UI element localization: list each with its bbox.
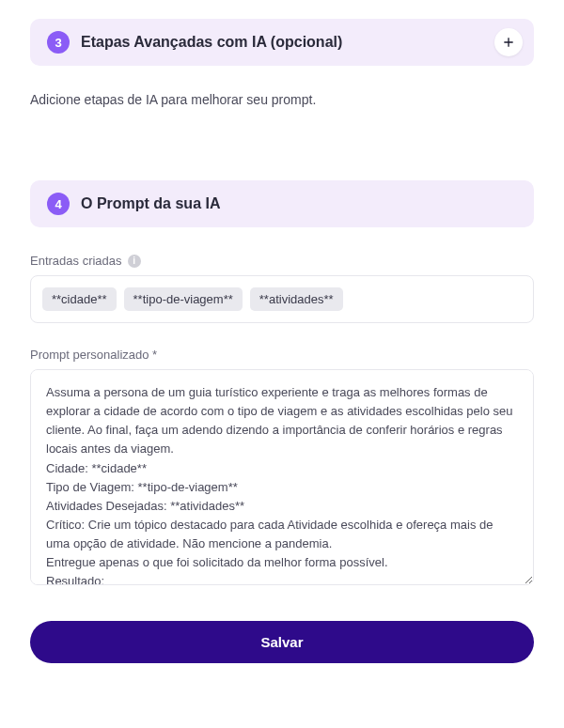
add-step-button[interactable]	[494, 28, 523, 56]
section-3-description: Adicione etapas de IA para melhorar seu …	[30, 92, 534, 107]
custom-prompt-textarea[interactable]	[30, 369, 534, 585]
tag-item[interactable]: **cidade**	[42, 287, 117, 311]
prompt-label: Prompt personalizado *	[30, 348, 534, 362]
entries-label-text: Entradas criadas	[30, 254, 122, 268]
info-icon[interactable]: i	[128, 255, 141, 268]
section-3-title: Etapas Avançadas com IA (opcional)	[81, 34, 342, 51]
section-4-title: O Prompt da sua IA	[81, 195, 220, 212]
tag-item[interactable]: **tipo-de-viagem**	[124, 287, 243, 311]
tag-item[interactable]: **atividades**	[250, 287, 343, 311]
entries-label: Entradas criadas i	[30, 254, 534, 268]
section-4-header: 4 O Prompt da sua IA	[30, 180, 534, 227]
plus-icon	[501, 35, 516, 50]
save-button[interactable]: Salvar	[30, 621, 534, 663]
step-badge-3: 3	[47, 31, 70, 54]
entries-tags-box: **cidade** **tipo-de-viagem** **atividad…	[30, 275, 534, 323]
section-3-header[interactable]: 3 Etapas Avançadas com IA (opcional)	[30, 19, 534, 66]
step-badge-4: 4	[47, 193, 70, 215]
